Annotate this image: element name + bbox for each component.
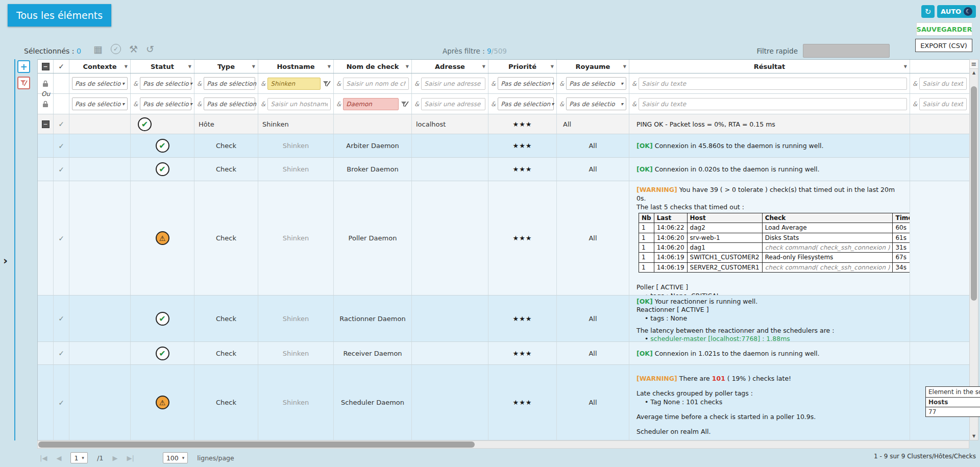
filter-checkname-input[interactable] bbox=[343, 78, 409, 90]
clear-filters-button[interactable] bbox=[17, 77, 30, 89]
row-check-icon[interactable]: ✓ bbox=[58, 349, 64, 357]
status-warning-icon: ⚠ bbox=[156, 396, 169, 409]
table-row-scheduler[interactable]: ✓ ⚠ Check Shinken Scheduler Daemon ★★★ A… bbox=[38, 365, 969, 440]
checkname-cell: Receiver Daemon bbox=[334, 342, 412, 364]
columns-menu-icon[interactable]: ≡ bbox=[970, 60, 978, 69]
save-button[interactable]: SAUVEGARDER bbox=[916, 22, 972, 36]
filter-resultat-input[interactable] bbox=[639, 78, 907, 90]
sort-icon: ▼ bbox=[904, 64, 907, 69]
and-operator: & bbox=[414, 80, 419, 87]
table-row-receiver[interactable]: ✓ ✔ Check Shinken Receiver Daemon ★★★ Al… bbox=[38, 342, 969, 365]
col-header-contexte[interactable]: Contexte▼ bbox=[69, 60, 131, 73]
table-header-row: − ✓ Contexte▼ Statut▼ Type▼ Hostname▼ No… bbox=[38, 59, 969, 73]
filter-address-input[interactable] bbox=[421, 78, 485, 90]
contexte-cell bbox=[69, 181, 131, 295]
table-row-host-shinken[interactable]: − ✓ ✔ Hôte Shinken localhost ★★★ All PIN… bbox=[38, 114, 969, 134]
after-filter-count: 9 bbox=[487, 47, 492, 55]
col-header-royaume[interactable]: Royaume▼ bbox=[557, 60, 629, 73]
selected-counter: Sélectionnés : 0 bbox=[24, 47, 81, 55]
planning-icon[interactable]: ▦ bbox=[93, 44, 103, 54]
col-header-nom-de-check[interactable]: Nom de check▼ bbox=[334, 60, 412, 73]
collapse-all-button[interactable]: − bbox=[42, 63, 50, 70]
filter-resultat-input[interactable] bbox=[639, 98, 907, 110]
filter-type-select[interactable]: Pas de sélection▾ bbox=[204, 77, 255, 90]
table-row-broker[interactable]: ✓ ✔ Check Shinken Broker Daemon ★★★ All … bbox=[38, 158, 969, 181]
result-cell: [WARNING] There are 101 ( 19% ) checks l… bbox=[629, 365, 910, 440]
scroll-up-icon[interactable]: ▲ bbox=[970, 69, 978, 77]
filter-royaume-select[interactable]: Pas de sélectio▾ bbox=[566, 77, 626, 90]
lock-icon[interactable] bbox=[42, 101, 48, 108]
row-check-icon[interactable]: ✓ bbox=[58, 120, 64, 128]
lock-icon[interactable] bbox=[42, 80, 48, 87]
filter-royaume-select[interactable]: Pas de sélectio▾ bbox=[566, 97, 626, 110]
last-page-button[interactable]: ▶| bbox=[127, 454, 134, 462]
priority-cell: ★★★ bbox=[488, 134, 557, 157]
row-check-icon[interactable]: ✓ bbox=[58, 399, 64, 407]
col-header-adresse[interactable]: Adresse▼ bbox=[412, 60, 488, 73]
filter-priorite-select[interactable]: Pas de sélection▾ bbox=[498, 77, 554, 90]
vertical-scrollbar-thumb[interactable] bbox=[971, 86, 977, 301]
filter-statut-select[interactable]: Pas de sélectio▾ bbox=[140, 97, 191, 110]
table-row-arbiter[interactable]: ✓ ✔ Check Shinken Arbiter Daemon ★★★ All… bbox=[38, 134, 969, 158]
row-check-icon[interactable]: ✓ bbox=[58, 142, 64, 150]
horizontal-scrollbar-thumb[interactable] bbox=[38, 441, 475, 448]
col-header-priorite[interactable]: Priorité▼ bbox=[488, 60, 557, 73]
col-header-resultat[interactable]: Résultat▼ bbox=[629, 60, 910, 73]
filter-type-select[interactable]: Pas de sélection▾ bbox=[204, 97, 255, 110]
col-header-type[interactable]: Type▼ bbox=[194, 60, 258, 73]
next-page-button[interactable]: ▶ bbox=[113, 454, 118, 462]
filter-extra-input[interactable] bbox=[919, 78, 967, 90]
col-header-statut[interactable]: Statut▼ bbox=[131, 60, 194, 73]
filter-checkname-input[interactable] bbox=[343, 98, 399, 110]
row-check-icon[interactable]: ✓ bbox=[58, 165, 64, 174]
after-filter-counter: Après filtre : 9/509 bbox=[388, 47, 561, 55]
scheduler-master-link[interactable]: scheduler-master [localhost:7768] : 1.88… bbox=[650, 335, 790, 341]
clear-filter-icon[interactable] bbox=[401, 100, 409, 108]
tools-icon[interactable]: ⚒ bbox=[129, 44, 138, 54]
validate-icon[interactable]: ✓ bbox=[111, 44, 121, 54]
panel-hosts-label: Hosts bbox=[926, 397, 980, 407]
page-select[interactable]: 1▾ bbox=[70, 452, 87, 463]
filter-hostname-input[interactable] bbox=[267, 78, 321, 90]
status-cell: ⚠ bbox=[131, 181, 194, 295]
table-row-reactionner[interactable]: ✓ ✔ Check Shinken Ractionner Daemon ★★★ … bbox=[38, 296, 969, 342]
filter-extra-input[interactable] bbox=[919, 98, 967, 110]
and-operator: & bbox=[261, 101, 265, 108]
all-elements-button[interactable]: Tous les éléments bbox=[8, 4, 111, 27]
row-check-icon[interactable]: ✓ bbox=[58, 314, 64, 323]
horizontal-scrollbar[interactable] bbox=[37, 440, 969, 449]
expand-sidebar-chevron[interactable]: › bbox=[3, 254, 8, 267]
sync-icon[interactable]: ↻ bbox=[921, 5, 935, 18]
filter-contexte-select[interactable]: Pas de sélectio▾ bbox=[72, 97, 128, 110]
undo-icon[interactable]: ↺ bbox=[146, 44, 154, 54]
collapse-row-button[interactable]: − bbox=[42, 120, 50, 128]
table-row-poller[interactable]: ✓ ⚠ Check Shinken Poller Daemon ★★★ All … bbox=[38, 181, 969, 296]
add-filter-row-button[interactable]: + bbox=[17, 60, 30, 73]
status-cell: ✔ bbox=[131, 158, 194, 181]
col-header-hostname[interactable]: Hostname▼ bbox=[258, 60, 334, 73]
filter-address-input[interactable] bbox=[421, 98, 485, 110]
realm-cell: All bbox=[557, 365, 629, 440]
panel-hosts-count: 77 bbox=[926, 407, 980, 416]
realm-cell: All bbox=[557, 296, 629, 341]
sort-icon: ▼ bbox=[551, 64, 554, 69]
reactionner-tags-line: tags : None bbox=[636, 314, 905, 323]
first-page-button[interactable]: |◀ bbox=[40, 454, 47, 462]
quick-filter-input[interactable] bbox=[803, 44, 890, 58]
filter-statut-select[interactable]: Pas de sélectio▾ bbox=[140, 77, 191, 90]
contexte-cell bbox=[69, 158, 131, 181]
filter-hostname-input[interactable] bbox=[267, 98, 331, 110]
row-check-icon[interactable]: ✓ bbox=[58, 234, 64, 242]
vertical-scrollbar[interactable]: ≡ ▲ ▼ bbox=[969, 59, 978, 440]
auto-refresh-button[interactable]: AUTO ☾ bbox=[937, 5, 976, 18]
reactionner-active-line: Reactionner [ ACTIVE ] bbox=[636, 306, 905, 314]
filter-priorite-select[interactable]: Pas de sélection▾ bbox=[498, 97, 554, 110]
export-csv-button[interactable]: EXPORT (CSV) bbox=[915, 39, 972, 52]
page-size-select[interactable]: 100▾ bbox=[163, 452, 188, 463]
scroll-down-icon[interactable]: ▼ bbox=[970, 432, 978, 440]
filter-contexte-select[interactable]: Pas de sélectio▾ bbox=[72, 77, 128, 90]
clear-filter-icon[interactable] bbox=[323, 80, 331, 88]
prev-page-button[interactable]: ◀ bbox=[56, 454, 61, 462]
or-operator-label: Ou bbox=[41, 90, 50, 97]
select-all-icon[interactable]: ✓ bbox=[58, 62, 64, 70]
